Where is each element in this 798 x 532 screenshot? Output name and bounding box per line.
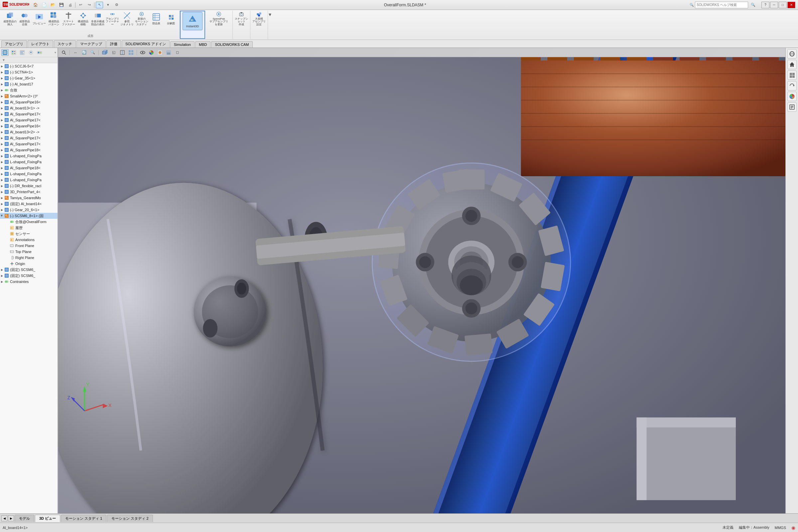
view-settings-btn[interactable]: ◻ [174, 49, 181, 56]
tree-item-alboard13a[interactable]: ▶ Al_board13<1> -> [0, 105, 58, 111]
close-btn[interactable]: ✕ [787, 2, 795, 8]
tree-item-alsquarepipe16b[interactable]: ▶ Al_SquarePipe16< [0, 123, 58, 129]
section-view-btn[interactable] [119, 49, 126, 56]
appearance-btn[interactable] [156, 49, 164, 56]
tab-mbd[interactable]: MBD [195, 41, 210, 48]
color-display-btn[interactable] [787, 92, 797, 101]
asm-feature-btn[interactable]: アセンブリフィーチャー [106, 11, 119, 26]
viewport[interactable]: ↔ 🔄 🔍 ◱ [58, 48, 785, 513]
help-search-input[interactable] [695, 2, 748, 8]
snapshot-btn[interactable]: スナップショット作成 [235, 11, 248, 26]
maximize-btn[interactable]: □ [779, 2, 787, 8]
new-btn[interactable]: 📄 [41, 2, 48, 8]
tree-item-sensor[interactable]: ▶ センサー [0, 231, 58, 237]
tree-item-sccj6[interactable]: ▶ (-) SCCJ6-5<7 [0, 63, 58, 69]
smart-fastener-btn[interactable]: スマートファスナー [62, 11, 75, 26]
options-btn[interactable]: ⚙ [113, 2, 120, 8]
tab-layout[interactable]: レイアウト [27, 40, 53, 48]
print-btn[interactable]: 🖨 [66, 2, 74, 8]
zoom-to-fit-btn[interactable] [60, 49, 68, 56]
tree-item-mate2[interactable]: ▶ 合致@OverallForm [0, 219, 58, 225]
color-scheme-btn[interactable] [148, 49, 155, 56]
globe-btn[interactable] [787, 49, 797, 58]
property-manager-btn[interactable] [10, 49, 17, 56]
tab-cam[interactable]: SOLIDWORKS CAM [211, 41, 252, 48]
tree-item-drflexrack[interactable]: ▶ (-) DR_flexible_racl [0, 183, 58, 189]
more-toolbar-btn[interactable]: ▾ [268, 11, 272, 18]
tab-model[interactable]: モデル [15, 515, 34, 522]
tab-simulation[interactable]: Simulation [170, 41, 194, 48]
tree-item-frontplane[interactable]: ▶ Front Plane [0, 243, 58, 249]
tree-item-scsm8[interactable]: ▶ (-) SCSM6_8<1> (固 [0, 213, 58, 219]
feature-manager-btn[interactable] [1, 49, 8, 56]
view-orient2-btn[interactable] [127, 49, 135, 56]
scene-btn[interactable] [165, 49, 172, 56]
tab-markup[interactable]: マークアップ [76, 40, 106, 48]
3d-scene[interactable]: X Y Z [58, 57, 785, 513]
undo-btn[interactable]: ↩ [77, 2, 84, 8]
mate-btn[interactable]: 成形部品合致 [18, 11, 31, 26]
display-style-btn[interactable]: ◱ [110, 49, 117, 56]
hide-show-btn[interactable] [139, 49, 146, 56]
tree-item-alsquarepipe17d[interactable]: ▶ Al_SquarePipe17< [0, 141, 58, 147]
prev-tab-btn[interactable]: ◀ [1, 515, 7, 521]
open-btn[interactable]: 📂 [49, 2, 57, 8]
text-notes-btn[interactable] [787, 102, 797, 112]
tree-item-3dprinter[interactable]: ▶ 3D_PrinterPart_4< [0, 189, 58, 195]
pan-btn[interactable]: ↔ [72, 49, 79, 56]
insert-part-btn[interactable]: 成形部品の挿入 [3, 11, 17, 26]
minimize-btn[interactable]: ─ [770, 2, 778, 8]
tree-item-annotations[interactable]: ▶ A Annotations [0, 237, 58, 243]
pattern-btn[interactable]: 構成部品パターン [47, 11, 60, 26]
tab-sketch[interactable]: スケッチ [54, 40, 76, 48]
tab-eval[interactable]: 評価 [107, 40, 121, 48]
tree-item-fixedscsm6a[interactable]: ▶ (固定) SCSM6_ [0, 267, 58, 273]
tree-item-alsquarepipe17b[interactable]: ▶ Al_SquarePipe17< [0, 117, 58, 123]
tree-item-alsquarepipe17a[interactable]: ▶ Al_SquarePipe17< [0, 111, 58, 117]
home-btn[interactable]: 🏠 [32, 2, 39, 8]
tree-item-alsquarepipe16a[interactable]: ▶ Al_SquarePipe16< [0, 99, 58, 105]
show-hide-btn[interactable]: 非表示構成部品の表示 [91, 11, 104, 26]
tree-item-lshapedb[interactable]: ▶ L-shaped_FixingPa [0, 159, 58, 165]
config-manager-btn[interactable] [19, 49, 26, 56]
more-btn[interactable]: ▾ [104, 2, 112, 8]
next-tab-btn[interactable]: ▶ [8, 515, 14, 521]
view-orient-btn[interactable] [101, 49, 109, 56]
tab-assembly[interactable]: アセンブリ [1, 40, 27, 48]
cursor-btn[interactable]: ↖ [96, 2, 103, 8]
motion-study-btn[interactable]: 新規のモーションスタディ [135, 11, 148, 26]
rotate-view-btn[interactable] [787, 81, 797, 91]
tree-item-tamiya[interactable]: ▶ Tamiya_GearedMo [0, 195, 58, 201]
speedpak-btn[interactable]: SpeedPakサブアセンブリを更新 [207, 11, 230, 26]
tree-item-contraintes[interactable]: ▶ Contraintes [0, 279, 58, 285]
tree-item-topplane[interactable]: ▶ Top Plane [0, 249, 58, 255]
zoom-btn[interactable]: 🔍 [89, 49, 96, 56]
tree-item-lshapedd[interactable]: ▶ L-shaped_FixingPa [0, 177, 58, 183]
ref-geometry-btn[interactable]: 参照ジオメトリ [120, 11, 134, 26]
tree-item-rightplane[interactable]: ▶ Right Plane [0, 255, 58, 261]
redo-btn[interactable]: ↪ [86, 2, 93, 8]
help-btn[interactable]: ? [761, 2, 770, 8]
tree-item-history[interactable]: ▶ H 履歴 [0, 225, 58, 231]
expand-collapse-icon[interactable]: ▾ [55, 51, 56, 54]
move-btn[interactable]: 構成部品移動 [76, 11, 90, 26]
tree-item-smallarm[interactable]: ▶ SmallArm<2> (デ [0, 93, 58, 99]
view-filter-btn[interactable] [27, 49, 35, 56]
save-btn[interactable]: 💾 [58, 2, 65, 8]
home-view-btn[interactable] [787, 60, 797, 69]
tree-item-gear35[interactable]: ▶ (-) Gear_35<1> [0, 75, 58, 81]
tree-item-fixedscsm6b[interactable]: ▶ (固定) SCSM6_ [0, 273, 58, 279]
tree-item-gear20[interactable]: ▶ (-) Gear_20_6<1> [0, 207, 58, 213]
explode-btn[interactable]: 分解図 [164, 11, 177, 26]
tab-motion-study-1[interactable]: モーション スタディ 1 [61, 515, 107, 522]
tree-item-alboard13b[interactable]: ▶ Al_board13<2> -> [0, 129, 58, 135]
bom-btn[interactable]: 部品表 [150, 11, 163, 26]
tree-item-sctn4[interactable]: ▶ (-) SCTN4<1> [0, 69, 58, 75]
tree-item-alboard17[interactable]: ▶ (-) Al_board17 [0, 81, 58, 87]
large-asm-btn[interactable]: 大規模アセンブリ設定 [252, 11, 266, 26]
tree-item-alsquarepipe18b[interactable]: ▶ Al_SquarePipe18< [0, 165, 58, 171]
tree-item-fixedalboard14[interactable]: ▶ (固定) Al_board14< [0, 201, 58, 207]
instant3d-btn[interactable]: 3D Instant3D [183, 12, 203, 30]
tab-motion-study-2[interactable]: モーション スタディ 2 [107, 515, 153, 522]
tab-solidworks-addin[interactable]: SOLIDWORKS アドイン [122, 40, 170, 48]
